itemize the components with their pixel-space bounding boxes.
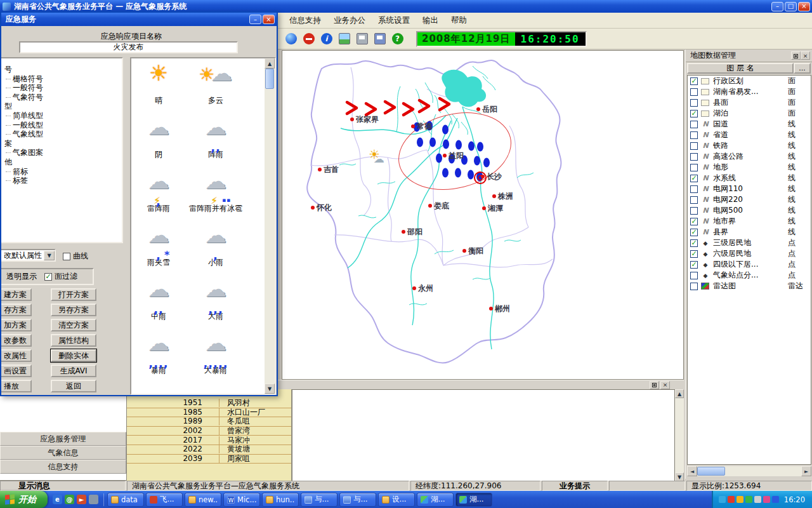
layer-checkbox[interactable]: [690, 131, 698, 139]
tree-item-9[interactable]: 气象图案: [0, 148, 122, 157]
weather-item-10[interactable]: ☁,,,,暴雨: [135, 335, 182, 389]
layer-checkbox[interactable]: [690, 121, 698, 128]
tray-icon-7[interactable]: [772, 496, 779, 503]
layer-checkbox[interactable]: [690, 99, 698, 107]
layer-row-5[interactable]: N省道线: [688, 130, 811, 140]
tree-item-6[interactable]: 一般线型: [0, 121, 122, 130]
dialog-button-4-left[interactable]: 改属性: [0, 349, 32, 362]
show-desktop-icon[interactable]: [89, 495, 98, 504]
weather-item-7[interactable]: ☁,小雨: [182, 227, 249, 281]
tree-item-3[interactable]: 气象符号: [0, 93, 122, 102]
layer-checkbox[interactable]: ✓: [690, 229, 698, 236]
default-attr-combo[interactable]: 改默认属性 ▼: [0, 249, 56, 262]
taskbar-item-8[interactable]: 湖...: [417, 493, 454, 507]
tray-icon-2[interactable]: [728, 496, 735, 503]
menu-item-1[interactable]: 业务办公: [327, 13, 372, 28]
tray-icon-6[interactable]: [763, 496, 770, 503]
layer-checkbox[interactable]: [690, 185, 698, 193]
media-player-icon[interactable]: ►: [77, 495, 86, 504]
layer-name-column-header[interactable]: 图 层 名: [687, 63, 794, 74]
layer-checkbox[interactable]: [690, 207, 698, 215]
table-row-6[interactable]: 2039周家咀: [127, 455, 291, 464]
dialog-button-3-right[interactable]: 属性结构: [51, 334, 96, 347]
sidebar-button-1[interactable]: 气象信息: [0, 446, 126, 460]
layer-row-4[interactable]: N国道线: [688, 119, 811, 130]
rain-drop-symbol-12[interactable]: [442, 168, 449, 178]
scroll-left-button[interactable]: ◄: [687, 466, 697, 476]
rain-drop-symbol-11[interactable]: [474, 156, 480, 166]
panel-close-button[interactable]: ×: [801, 51, 810, 60]
weather-item-0[interactable]: ☀晴: [135, 65, 182, 119]
message-vscrollbar[interactable]: ▲ ▼: [675, 389, 684, 481]
layer-checkbox[interactable]: ✓: [690, 175, 698, 182]
tree-item-1[interactable]: 栅格符号: [0, 74, 122, 84]
minimize-button[interactable]: –: [771, 2, 783, 11]
rain-drop-symbol-14[interactable]: [468, 170, 474, 180]
taskbar-item-2[interactable]: new...: [185, 493, 221, 507]
layer-checkbox[interactable]: ✓: [690, 261, 698, 269]
dialog-button-4-right[interactable]: 删除实体: [51, 349, 96, 362]
layer-row-1[interactable]: 湖南省易发...面: [688, 86, 811, 97]
rain-drop-symbol-8[interactable]: [436, 154, 442, 163]
info-button[interactable]: i: [318, 31, 334, 47]
stop-button[interactable]: [301, 31, 317, 47]
table-row-1[interactable]: 1985水口山一厂: [127, 408, 291, 418]
scroll-thumb[interactable]: [265, 69, 274, 89]
rain-drop-symbol-5[interactable]: [443, 140, 449, 149]
maximize-button[interactable]: □: [785, 2, 797, 11]
sidebar-button-0[interactable]: 应急服务管理: [0, 432, 126, 446]
layer-checkbox[interactable]: [690, 196, 698, 204]
layer-row-19[interactable]: 雷达图雷达: [688, 281, 811, 291]
status-message-tab[interactable]: 显示消息: [0, 481, 126, 491]
weather-scrollbar[interactable]: ▲ ▼: [265, 58, 275, 394]
dialog-button-6-left[interactable]: 播放: [0, 380, 32, 392]
layers-hscrollbar[interactable]: ◄ ►: [687, 466, 811, 476]
menu-item-2[interactable]: 系统设置: [372, 13, 416, 28]
table-row-3[interactable]: 2002曾家湾: [127, 427, 291, 436]
tree-item-11[interactable]: 箭标: [0, 167, 122, 177]
taskbar-item-0[interactable]: data: [107, 493, 144, 507]
project-name-input[interactable]: [19, 41, 238, 53]
tray-icon-4[interactable]: [745, 496, 752, 503]
layer-checkbox[interactable]: ✓: [690, 110, 698, 117]
layer-checkbox[interactable]: ✓: [690, 77, 698, 85]
dialog-button-1-right[interactable]: 另存方案: [51, 304, 96, 316]
globe-button[interactable]: [283, 31, 299, 47]
layer-row-11[interactable]: N电网220线: [688, 194, 811, 205]
layer-checkbox[interactable]: ✓: [690, 250, 698, 258]
weather-item-8[interactable]: ☁,,中雨: [135, 281, 182, 335]
layer-row-2[interactable]: 县面面: [688, 97, 811, 108]
dialog-minimize-button[interactable]: –: [249, 15, 261, 24]
tree-item-10[interactable]: 他: [0, 157, 122, 167]
layer-row-9[interactable]: ✓N水系线线: [688, 173, 811, 184]
weather-item-9[interactable]: ☁,,,大雨: [182, 281, 249, 335]
layer-row-10[interactable]: N电网110线: [688, 184, 811, 194]
layer-checkbox[interactable]: [690, 272, 698, 279]
layer-more-button[interactable]: ...: [794, 63, 811, 74]
weather-item-1[interactable]: ☀☁多云: [182, 65, 249, 119]
layer-checkbox[interactable]: [690, 283, 698, 290]
table-row-4[interactable]: 2017马家冲: [127, 436, 291, 445]
dialog-button-5-right[interactable]: 生成AVI: [51, 364, 96, 377]
sidebar-button-2[interactable]: 信息支持: [0, 460, 126, 474]
table-row-0[interactable]: 1951风羽村: [127, 399, 291, 408]
weather-item-4[interactable]: ☁⚡,雷阵雨: [135, 173, 182, 227]
rain-drop-symbol-7[interactable]: [468, 142, 475, 151]
dialog-button-3-left[interactable]: 改参数: [0, 334, 32, 347]
rain-drop-symbol-2[interactable]: [442, 125, 449, 135]
image-button[interactable]: [336, 31, 352, 47]
layer-row-18[interactable]: ◆气象站点分...点: [688, 270, 811, 281]
dialog-button-5-left[interactable]: 画设置: [0, 364, 32, 377]
curve-checkbox[interactable]: 曲线: [63, 251, 88, 262]
export-button[interactable]: [372, 31, 388, 47]
taskbar-item-3[interactable]: WMic...: [223, 493, 260, 507]
layer-checkbox[interactable]: [690, 142, 698, 150]
menu-item-4[interactable]: 帮助: [445, 13, 473, 28]
dialog-button-2-right[interactable]: 清空方案: [51, 319, 96, 331]
table-row-2[interactable]: 1989冬瓜咀: [127, 417, 291, 427]
layer-checkbox[interactable]: ✓: [690, 218, 698, 225]
face-filter-checkbox[interactable]: ✓ 面过滤: [44, 271, 77, 282]
chevron-down-icon[interactable]: ▼: [44, 251, 55, 260]
map-canvas[interactable]: ☀☁张家界岳阳常德益阳吉首长沙株洲湘潭娄底怀化邵阳衡阳永州郴州: [282, 50, 684, 380]
start-button[interactable]: 开始: [0, 491, 48, 508]
